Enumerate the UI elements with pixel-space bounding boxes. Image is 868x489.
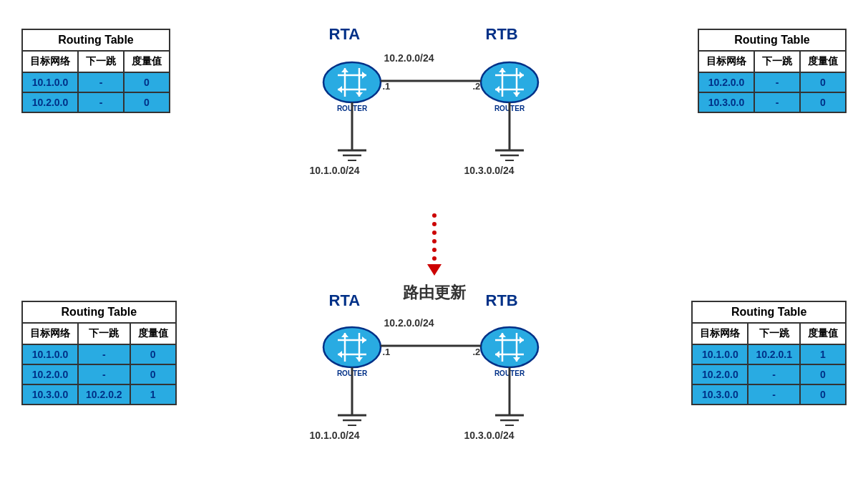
main-container: Routing Table 目标网络 下一跳 度量值 10.1.0.0 - 0 …	[0, 0, 868, 489]
top-left-routing-table: Routing Table 目标网络 下一跳 度量值 10.1.0.0 - 0 …	[21, 29, 170, 113]
table-row: 10.1.0.0	[692, 344, 748, 364]
table-row: 10.1.0.0	[22, 72, 78, 92]
table-row: 0	[124, 92, 170, 112]
dot-4	[432, 239, 437, 243]
dot-2	[432, 222, 437, 226]
bottom-right-title: Routing Table	[692, 301, 846, 323]
bottom-left-routing-table: Routing Table 目标网络 下一跳 度量值 10.1.0.0 - 0 …	[21, 301, 177, 405]
top-section: Routing Table 目标网络 下一跳 度量值 10.1.0.0 - 0 …	[0, 14, 868, 236]
top-right-header-0: 目标网络	[698, 51, 754, 72]
table-row: 10.2.0.2	[78, 384, 130, 405]
bottom-right-routing-table: Routing Table 目标网络 下一跳 度量值 10.1.0.0 10.2…	[691, 301, 847, 405]
top-network-diagram: ROUTER ROUTER	[298, 25, 570, 218]
top-right-routing-table: Routing Table 目标网络 下一跳 度量值 10.2.0.0 - 0 …	[698, 29, 847, 113]
bottom-left-header-0: 目标网络	[22, 323, 78, 344]
bottom-network-diagram: ROUTER ROUTER	[298, 297, 570, 476]
arrow-head	[427, 264, 442, 276]
top-left-header-0: 目标网络	[22, 51, 78, 72]
bottom-left-header-1: 下一跳	[78, 323, 130, 344]
table-row: -	[78, 72, 124, 92]
svg-point-0	[323, 62, 381, 102]
table-row: 0	[130, 344, 176, 364]
table-row: 0	[800, 72, 846, 92]
dot-1	[432, 213, 437, 218]
top-right-title: Routing Table	[698, 29, 846, 51]
svg-point-29	[323, 327, 381, 367]
dot-3	[432, 231, 437, 235]
table-row: -	[78, 92, 124, 112]
svg-point-39	[481, 327, 538, 367]
table-row: 10.2.0.0	[22, 92, 78, 112]
bottom-left-title: Routing Table	[22, 301, 176, 323]
top-right-header-1: 下一跳	[754, 51, 800, 72]
bottom-right-header-2: 度量值	[800, 323, 846, 344]
table-row: 1	[130, 384, 176, 405]
svg-point-10	[481, 62, 538, 102]
table-row: 1	[800, 344, 846, 364]
table-row: -	[754, 72, 800, 92]
bottom-right-header-1: 下一跳	[748, 323, 800, 344]
dashed-arrow	[427, 211, 442, 276]
table-row: -	[748, 384, 800, 405]
table-row: -	[78, 364, 130, 384]
table-row: 10.2.0.1	[748, 344, 800, 364]
table-row: 0	[130, 364, 176, 384]
top-left-header-2: 度量值	[124, 51, 170, 72]
arrow-section: 路由更新	[403, 211, 466, 304]
table-row: 10.2.0.0	[22, 364, 78, 384]
top-left-header-1: 下一跳	[78, 51, 124, 72]
table-row: -	[78, 344, 130, 364]
table-row: 0	[124, 72, 170, 92]
table-row: -	[754, 92, 800, 112]
table-row: 10.1.0.0	[22, 344, 78, 364]
top-left-title: Routing Table	[22, 29, 170, 51]
dot-5	[432, 248, 437, 252]
bottom-left-header-2: 度量值	[130, 323, 176, 344]
bottom-right-header-0: 目标网络	[692, 323, 748, 344]
top-right-header-2: 度量值	[800, 51, 846, 72]
dot-6	[432, 256, 437, 261]
table-row: 10.3.0.0	[22, 384, 78, 405]
table-row: -	[748, 364, 800, 384]
table-row: 10.2.0.0	[692, 364, 748, 384]
table-row: 10.3.0.0	[692, 384, 748, 405]
table-row: 0	[800, 364, 846, 384]
table-row: 10.3.0.0	[698, 92, 754, 112]
table-row: 0	[800, 384, 846, 405]
table-row: 0	[800, 92, 846, 112]
table-row: 10.2.0.0	[698, 72, 754, 92]
